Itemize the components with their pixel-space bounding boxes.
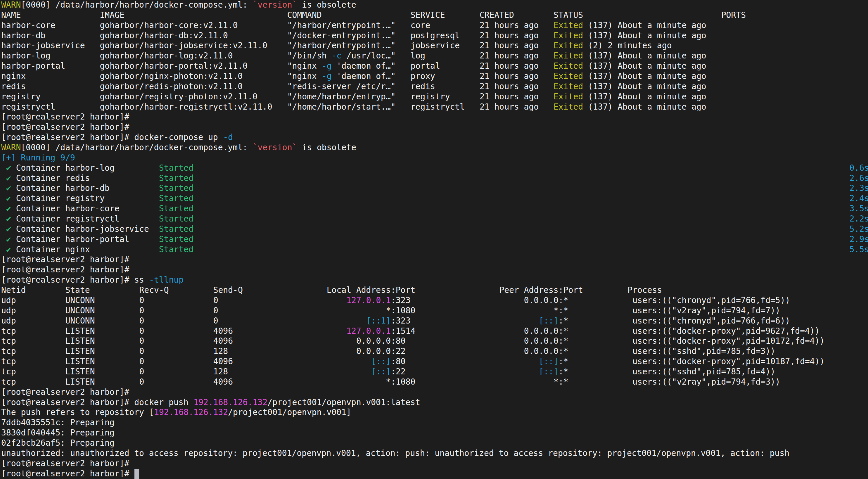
text-segment: ✔ bbox=[6, 214, 11, 224]
text-segment: users:(("chronyd",pid=766,fd=6)) bbox=[632, 316, 790, 326]
text-segment: harbor-portal bbox=[1, 61, 65, 71]
text-segment: Exited bbox=[554, 21, 583, 31]
text-segment: users:(("chronyd",pid=766,fd=5)) bbox=[632, 295, 790, 306]
text-segment: (137) About a minute ago bbox=[583, 71, 706, 82]
terminal-line: udpUNCONN00*:1080*:*users:(("v2ray",pid=… bbox=[0, 306, 868, 316]
text-segment: -tllnup bbox=[149, 275, 184, 285]
text-segment: [root@realserver2 harbor]# docker push bbox=[1, 397, 193, 408]
terminal-line: [root@realserver2 harbor]# bbox=[0, 387, 868, 397]
text-segment: Container nginx bbox=[16, 245, 90, 255]
text-segment: [::] bbox=[539, 356, 558, 367]
text-segment: 2.6s bbox=[849, 173, 868, 184]
text-segment: 21 hours ago bbox=[479, 31, 539, 41]
text-segment: ✔ bbox=[6, 183, 11, 193]
text-segment: 0 bbox=[213, 316, 218, 326]
text-segment: 0 bbox=[140, 377, 144, 387]
text-segment: 0 bbox=[140, 316, 144, 326]
text-segment: [root@realserver2 harbor]# bbox=[1, 387, 129, 397]
text-segment: [0000] /data/harbor/harbor/docker-compos… bbox=[21, 142, 252, 153]
text-segment: [root@realserver2 harbor]# bbox=[1, 469, 134, 479]
text-segment: WARN bbox=[1, 0, 21, 10]
terminal-line: harbor-coregoharbor/harbor-core:v2.11.0"… bbox=[0, 21, 868, 31]
text-segment: -d bbox=[223, 132, 233, 142]
text-segment: Exited bbox=[554, 41, 583, 51]
terminal-line: [root@realserver2 harbor]# ss -tllnup bbox=[0, 275, 868, 285]
text-segment: Peer Address:Port bbox=[499, 285, 583, 295]
text-segment: [::] bbox=[371, 367, 391, 377]
text-segment: 0.0.0.0 bbox=[524, 326, 558, 337]
text-segment: tcp bbox=[1, 336, 16, 346]
text-segment: 02f2bcb26af5: Preparing bbox=[1, 438, 115, 448]
terminal-line: harbor-dbgoharbor/harbor-db:v2.11.0"/doc… bbox=[0, 31, 868, 41]
text-segment: The push refers to repository [ bbox=[1, 407, 154, 418]
text-segment: users:(("docker-proxy",pid=10172,fd=4)) bbox=[632, 336, 825, 346]
text-segment: goharbor/harbor-db:v2.11.0 bbox=[100, 31, 228, 41]
text-segment: :* bbox=[558, 356, 568, 367]
terminal-line: [root@realserver2 harbor]# bbox=[0, 458, 868, 469]
text-segment: 0 bbox=[213, 306, 218, 316]
text-segment: "redis-server /etc/r…" bbox=[287, 82, 396, 92]
text-segment: 21 hours ago bbox=[479, 92, 539, 102]
text-segment: tcp bbox=[1, 326, 16, 337]
terminal-line: tcpLISTEN01280.0.0.0:220.0.0.0:*users:((… bbox=[0, 346, 868, 356]
text-segment: -g bbox=[322, 61, 332, 71]
terminal-line: tcpLISTEN0128[::]:22[::]:*users:(("sshd"… bbox=[0, 367, 868, 377]
text-segment: 2.3s bbox=[849, 183, 868, 193]
text-segment: PORTS bbox=[721, 10, 746, 21]
text-segment: 5.5s bbox=[849, 245, 868, 255]
text-segment: 5.2s bbox=[849, 224, 868, 234]
terminal-line: tcpLISTEN04096[::]:80[::]:*users:(("dock… bbox=[0, 356, 868, 367]
terminal-line: tcpLISTEN04096127.0.0.1:15140.0.0.0:*use… bbox=[0, 326, 868, 337]
text-segment: [root@realserver2 harbor]# bbox=[1, 458, 129, 469]
text-segment: :80 bbox=[391, 356, 406, 367]
text-segment: tcp bbox=[1, 367, 16, 377]
text-segment: 0.0.0.0 bbox=[356, 336, 391, 346]
text-segment: goharbor/harbor-log:v2.11.0 bbox=[100, 51, 233, 61]
terminal-screen[interactable]: WARN[0000] /data/harbor/harbor/docker-co… bbox=[0, 0, 868, 479]
text-segment: Process bbox=[627, 285, 662, 295]
text-segment: Exited bbox=[554, 51, 583, 61]
terminal-line: 02f2bcb26af5: Preparing bbox=[0, 438, 868, 448]
text-segment: goharbor/redis-photon:v2.11.0 bbox=[100, 82, 243, 92]
text-segment: 192.168.126.132 bbox=[154, 407, 228, 418]
text-segment: goharbor/harbor-portal:v2.11.0 bbox=[100, 61, 248, 71]
text-segment: Container registryctl bbox=[16, 214, 120, 224]
text-segment: is obsolete bbox=[297, 142, 356, 153]
text-segment: (137) About a minute ago bbox=[583, 92, 706, 102]
terminal-line: ✔Container registryctlStarted2.2s bbox=[0, 214, 868, 224]
text-segment: Container harbor-jobservice bbox=[16, 224, 149, 234]
text-segment: [::] bbox=[371, 356, 391, 367]
text-segment: "/bin/sh bbox=[287, 51, 332, 61]
text-segment: LISTEN bbox=[65, 356, 95, 367]
text-segment: :* bbox=[558, 316, 568, 326]
text-segment: 2.2s bbox=[849, 214, 868, 224]
text-segment: 0.0.0.0 bbox=[524, 336, 558, 346]
terminal-line: tcpLISTEN040960.0.0.0:800.0.0.0:*users:(… bbox=[0, 336, 868, 346]
text-segment: LISTEN bbox=[65, 367, 95, 377]
text-segment: :* bbox=[558, 367, 568, 377]
text-segment: "/docker-entrypoint.…" bbox=[287, 31, 396, 41]
text-segment: goharbor/harbor-core:v2.11.0 bbox=[100, 21, 238, 31]
terminal-line: ✔Container registryStarted2.4s bbox=[0, 193, 868, 204]
text-segment: * bbox=[386, 306, 391, 316]
text-segment: Exited bbox=[554, 71, 583, 82]
text-segment: Started bbox=[159, 224, 193, 234]
terminal-line: ✔Container redisStarted2.6s bbox=[0, 173, 868, 184]
text-segment: Netid bbox=[1, 285, 26, 295]
text-segment: * bbox=[554, 377, 558, 387]
text-segment: Exited bbox=[554, 82, 583, 92]
text-segment: WARN bbox=[1, 142, 21, 153]
text-segment: 192.168.126.132 bbox=[193, 397, 268, 408]
text-segment: udp bbox=[1, 306, 16, 316]
text-segment: 2.4s bbox=[849, 193, 868, 204]
terminal-line: harbor-portalgoharbor/harbor-portal:v2.1… bbox=[0, 61, 868, 71]
text-segment: 0 bbox=[140, 306, 144, 316]
text-segment: users:(("v2ray",pid=794,fd=3)) bbox=[632, 377, 780, 387]
text-segment: Started bbox=[159, 193, 193, 204]
text-segment: [::] bbox=[539, 316, 558, 326]
text-segment: tcp bbox=[1, 346, 16, 356]
text-segment: IMAGE bbox=[100, 10, 124, 21]
text-segment: goharbor/nginx-photon:v2.11.0 bbox=[100, 71, 243, 82]
text-segment: Container harbor-core bbox=[16, 204, 120, 214]
text-segment: (2) 2 minutes ago bbox=[583, 41, 672, 51]
